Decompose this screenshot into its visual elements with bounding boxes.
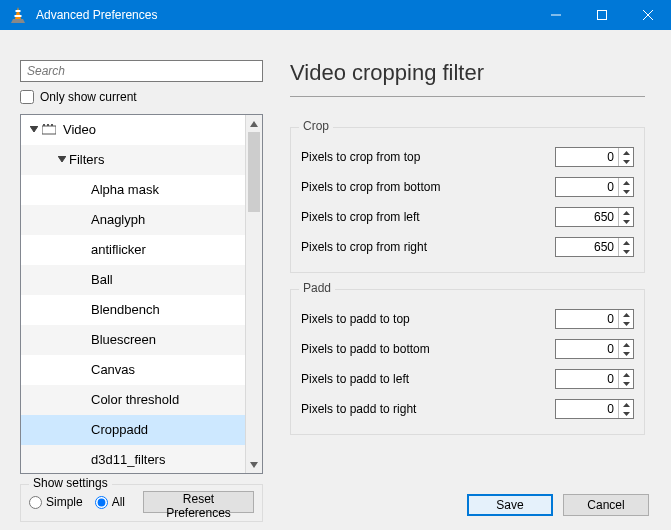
svg-marker-19 <box>623 190 630 194</box>
spin-down-icon[interactable] <box>619 157 633 166</box>
radio-simple[interactable]: Simple <box>29 495 83 509</box>
video-icon <box>41 122 57 138</box>
only-show-current-checkbox[interactable]: Only show current <box>20 90 263 104</box>
show-settings-legend: Show settings <box>29 476 112 490</box>
svg-marker-25 <box>623 322 630 326</box>
crop-bottom-input[interactable] <box>556 178 618 196</box>
padd-left-spin[interactable] <box>555 369 634 389</box>
spin-up-icon[interactable] <box>619 340 633 349</box>
crop-bottom-spin[interactable] <box>555 177 634 197</box>
radio-all[interactable]: All <box>95 495 125 509</box>
titlebar: Advanced Preferences <box>0 0 671 30</box>
padd-top-input[interactable] <box>556 310 618 328</box>
crop-right-input[interactable] <box>556 238 618 256</box>
scroll-up-icon[interactable] <box>246 115 262 132</box>
svg-marker-30 <box>623 403 630 407</box>
chevron-down-icon <box>55 156 69 164</box>
svg-marker-22 <box>623 241 630 245</box>
crop-top-spin[interactable] <box>555 147 634 167</box>
tree-item[interactable]: Bluescreen <box>21 325 245 355</box>
svg-rect-2 <box>15 15 22 17</box>
svg-marker-28 <box>623 373 630 377</box>
maximize-button[interactable] <box>579 0 625 30</box>
scroll-thumb[interactable] <box>248 132 260 212</box>
padd-right-input[interactable] <box>556 400 618 418</box>
svg-marker-26 <box>623 343 630 347</box>
crop-top-input[interactable] <box>556 148 618 166</box>
crop-right-spin[interactable] <box>555 237 634 257</box>
spin-up-icon[interactable] <box>619 178 633 187</box>
svg-marker-13 <box>58 156 66 162</box>
tree-item-video[interactable]: Video <box>21 115 245 145</box>
cancel-button[interactable]: Cancel <box>563 494 649 516</box>
tree-item[interactable]: Ball <box>21 265 245 295</box>
only-show-current-input[interactable] <box>20 90 34 104</box>
tree-label: Anaglyph <box>91 212 145 227</box>
spin-up-icon[interactable] <box>619 238 633 247</box>
tree-item[interactable]: Blendbench <box>21 295 245 325</box>
crop-left-spin[interactable] <box>555 207 634 227</box>
spin-down-icon[interactable] <box>619 349 633 358</box>
tree-item[interactable]: d3d11_filters <box>21 445 245 473</box>
tree-label: antiflicker <box>91 242 146 257</box>
tree-item[interactable]: Color threshold <box>21 385 245 415</box>
spin-down-icon[interactable] <box>619 247 633 256</box>
svg-marker-17 <box>623 160 630 164</box>
radio-simple-input[interactable] <box>29 496 42 509</box>
tree-item-filters[interactable]: Filters <box>21 145 245 175</box>
padd-right-spin[interactable] <box>555 399 634 419</box>
page-title: Video cropping filter <box>290 60 645 86</box>
tree-item[interactable]: antiflicker <box>21 235 245 265</box>
only-show-current-label: Only show current <box>40 90 137 104</box>
search-input[interactable] <box>20 60 263 82</box>
tree-item[interactable]: Anaglyph <box>21 205 245 235</box>
svg-marker-8 <box>30 126 38 132</box>
padd-left-input[interactable] <box>556 370 618 388</box>
crop-group: Crop Pixels to crop from top Pixels to c… <box>290 127 645 273</box>
spin-up-icon[interactable] <box>619 148 633 157</box>
padd-bottom-input[interactable] <box>556 340 618 358</box>
radio-all-label: All <box>112 495 125 509</box>
tree-item[interactable]: Canvas <box>21 355 245 385</box>
spin-down-icon[interactable] <box>619 409 633 418</box>
spin-up-icon[interactable] <box>619 208 633 217</box>
tree-item-croppadd[interactable]: Croppadd <box>21 415 245 445</box>
spin-down-icon[interactable] <box>619 187 633 196</box>
crop-top-label: Pixels to crop from top <box>301 150 555 164</box>
padd-bottom-spin[interactable] <box>555 339 634 359</box>
vlc-icon <box>8 5 28 25</box>
window-title: Advanced Preferences <box>36 8 157 22</box>
tree-label: Video <box>63 122 96 137</box>
spin-up-icon[interactable] <box>619 400 633 409</box>
padd-right-label: Pixels to padd to right <box>301 402 555 416</box>
padd-left-label: Pixels to padd to left <box>301 372 555 386</box>
svg-marker-14 <box>250 121 258 127</box>
padd-bottom-label: Pixels to padd to bottom <box>301 342 555 356</box>
svg-marker-24 <box>623 313 630 317</box>
padd-top-spin[interactable] <box>555 309 634 329</box>
spin-up-icon[interactable] <box>619 310 633 319</box>
crop-left-input[interactable] <box>556 208 618 226</box>
spin-up-icon[interactable] <box>619 370 633 379</box>
scroll-down-icon[interactable] <box>246 456 262 473</box>
spin-down-icon[interactable] <box>619 319 633 328</box>
reset-preferences-button[interactable]: Reset Preferences <box>143 491 254 513</box>
divider <box>290 96 645 97</box>
close-button[interactable] <box>625 0 671 30</box>
tree-scrollbar[interactable] <box>245 115 262 473</box>
svg-marker-21 <box>623 220 630 224</box>
minimize-button[interactable] <box>533 0 579 30</box>
tree-item[interactable]: Alpha mask <box>21 175 245 205</box>
tree-label: d3d11_filters <box>91 452 165 467</box>
svg-rect-10 <box>43 124 45 126</box>
radio-all-input[interactable] <box>95 496 108 509</box>
tree-label: Color threshold <box>91 392 179 407</box>
svg-marker-18 <box>623 181 630 185</box>
spin-down-icon[interactable] <box>619 217 633 226</box>
svg-marker-16 <box>623 151 630 155</box>
svg-marker-0 <box>15 7 21 19</box>
svg-marker-23 <box>623 250 630 254</box>
save-button[interactable]: Save <box>467 494 553 516</box>
crop-bottom-label: Pixels to crop from bottom <box>301 180 555 194</box>
spin-down-icon[interactable] <box>619 379 633 388</box>
